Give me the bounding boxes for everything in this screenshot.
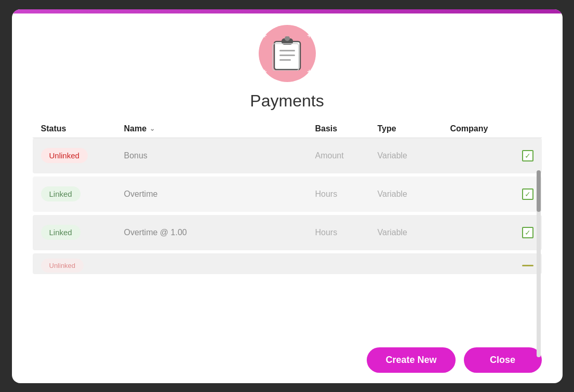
status-cell: Unlinked <box>41 148 124 163</box>
type-cell: Variable <box>378 228 450 237</box>
close-button[interactable]: Close <box>464 347 542 373</box>
dash-icon <box>522 265 533 266</box>
table-row[interactable]: Linked Overtime Hours Variable ✓ <box>33 177 542 212</box>
payments-modal: + + + + Payments Status Name ⌄ <box>12 9 563 383</box>
col-header-name[interactable]: Name ⌄ <box>124 124 315 133</box>
company-checkbox[interactable]: ✓ <box>522 188 533 200</box>
svg-rect-1 <box>282 38 293 45</box>
col-header-type: Type <box>378 124 450 133</box>
col-header-basis: Basis <box>315 124 378 133</box>
svg-rect-3 <box>279 50 295 51</box>
scrollbar-thumb[interactable] <box>537 170 541 212</box>
company-checkbox[interactable]: ✓ <box>522 150 533 161</box>
basis-cell: Hours <box>315 228 378 237</box>
svg-rect-5 <box>279 59 291 61</box>
type-cell: Variable <box>378 151 450 160</box>
purple-accent-bar <box>12 9 563 13</box>
scrollbar-track[interactable] <box>537 170 541 357</box>
svg-point-2 <box>285 36 290 41</box>
sort-arrow-icon: ⌄ <box>150 125 155 132</box>
col-header-actions <box>513 124 533 133</box>
status-cell: Linked <box>41 186 124 201</box>
col-header-status: Status <box>41 124 124 133</box>
status-badge: Unlinked <box>41 148 88 163</box>
table-row-partial: Unlinked <box>33 253 542 274</box>
clipboard-svg-icon <box>272 36 302 71</box>
col-header-company: Company <box>450 124 513 133</box>
payments-table-container: Status Name ⌄ Basis Type Company Unlinke… <box>12 120 563 337</box>
modal-footer: Create New Close <box>12 337 563 383</box>
plus-decoration-tr: + <box>307 31 311 39</box>
name-cell: Overtime <box>124 190 315 199</box>
page-title: Payments <box>250 91 324 111</box>
status-cell-partial: Unlinked <box>41 259 124 273</box>
svg-rect-0 <box>274 42 300 70</box>
plus-decoration-bl: + <box>263 67 267 76</box>
table-body: Unlinked Bonus Amount Variable ✓ Linked … <box>33 138 542 337</box>
company-checkbox[interactable]: ✓ <box>522 227 533 238</box>
plus-decoration-tl: + <box>263 31 267 39</box>
status-badge: Linked <box>41 186 81 201</box>
basis-cell: Hours <box>315 190 378 199</box>
svg-rect-6 <box>273 44 299 71</box>
basis-cell: Amount <box>315 151 378 160</box>
table-row[interactable]: Unlinked Bonus Amount Variable ✓ <box>33 138 542 173</box>
status-cell: Linked <box>41 225 124 240</box>
name-cell: Overtime @ 1.00 <box>124 228 315 237</box>
create-new-button[interactable]: Create New <box>367 347 455 373</box>
name-cell: Bonus <box>124 151 315 160</box>
table-row[interactable]: Linked Overtime @ 1.00 Hours Variable ✓ <box>33 215 542 250</box>
type-cell: Variable <box>378 190 450 199</box>
status-badge-partial: Unlinked <box>41 259 84 273</box>
svg-rect-4 <box>279 55 295 56</box>
payments-icon-circle: + + + + <box>259 25 316 82</box>
table-header: Status Name ⌄ Basis Type Company <box>33 120 542 138</box>
status-badge: Linked <box>41 225 81 240</box>
plus-decoration-br: + <box>307 67 311 76</box>
